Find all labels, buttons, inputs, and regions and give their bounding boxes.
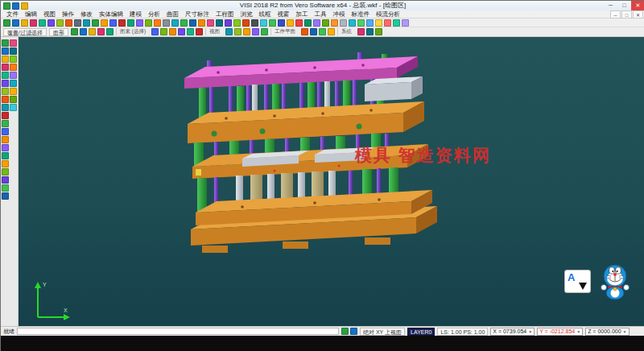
toolbar-icon[interactable] — [89, 28, 96, 35]
minimize-button[interactable]: ─ — [604, 1, 617, 10]
menu-item[interactable]: 视窗 — [275, 10, 292, 19]
menu-item[interactable]: 曲面 — [164, 10, 181, 19]
menu-item[interactable]: 加工 — [294, 10, 311, 19]
toolbar-icon[interactable] — [331, 19, 338, 27]
toolbar-icon[interactable] — [47, 19, 55, 27]
toolbar-icon[interactable] — [2, 144, 9, 151]
maximize-button[interactable]: □ — [617, 1, 631, 10]
toolbar-icon[interactable] — [2, 176, 9, 184]
toolbar-icon[interactable] — [375, 19, 382, 27]
toolbar-icon[interactable] — [234, 28, 242, 35]
toolbar-icon[interactable] — [71, 28, 78, 35]
toolbar-icon[interactable] — [80, 28, 87, 35]
toolbar-icon[interactable] — [169, 28, 176, 35]
toolbar-icon[interactable] — [310, 28, 317, 35]
toolbar-icon[interactable] — [160, 28, 167, 35]
toolbar-icon[interactable] — [10, 80, 17, 87]
toolbar-icon[interactable] — [65, 19, 72, 27]
toolbar-icon[interactable] — [261, 28, 268, 35]
toolbar-icon[interactable] — [101, 19, 108, 27]
toolbar-icon[interactable] — [2, 152, 9, 159]
toolbar-icon[interactable] — [2, 104, 9, 111]
toolbar-icon[interactable] — [269, 19, 276, 27]
toolbar-icon[interactable] — [136, 19, 143, 27]
toolbar-icon[interactable] — [198, 19, 205, 27]
toolbar-icon[interactable] — [178, 28, 185, 35]
toolbar-icon[interactable] — [349, 19, 356, 27]
toolbar-icon[interactable] — [2, 120, 9, 127]
coordinate-x[interactable]: X = 0739.054 ▼ — [490, 328, 535, 336]
toolbar-icon[interactable] — [225, 19, 232, 27]
toolbar-icon[interactable] — [2, 136, 9, 143]
toolbar-icon[interactable] — [127, 19, 134, 27]
toolbar-icon[interactable] — [357, 19, 365, 27]
toolbar-icon[interactable] — [154, 19, 161, 27]
menu-item[interactable]: 冲模 — [331, 10, 348, 19]
toolbar-icon[interactable] — [10, 64, 17, 71]
status-layer-chip[interactable]: LAYER0 — [407, 328, 435, 336]
menu-item[interactable]: 工程图 — [213, 10, 237, 19]
menu-item[interactable]: 建模 — [127, 10, 144, 19]
chevron-down-icon[interactable]: ▼ — [528, 329, 532, 334]
toolbar-icon[interactable] — [252, 28, 259, 35]
toolbar-icon[interactable] — [10, 56, 17, 63]
child-close-button[interactable]: ✕ — [633, 10, 643, 19]
toolbar-icon[interactable] — [171, 19, 179, 27]
prompt-field[interactable] — [17, 328, 339, 335]
toolbar-icon[interactable] — [163, 19, 170, 27]
toolbar-icon[interactable] — [56, 19, 64, 27]
toolbar-icon[interactable] — [10, 96, 17, 103]
toolbar-icon[interactable] — [3, 19, 10, 27]
menu-item[interactable]: 线框 — [257, 10, 274, 19]
coordinate-z[interactable]: Z = 0000.000 ▼ — [585, 328, 629, 336]
toolbar-icon[interactable] — [151, 28, 159, 35]
menu-item[interactable]: 编辑 — [23, 10, 39, 19]
menu-item[interactable]: 标准件 — [349, 10, 373, 19]
toolbar-icon[interactable] — [304, 19, 312, 27]
status-view-chip[interactable]: 绝对 XY 上视图 — [360, 328, 405, 336]
toolbar-tab-filter[interactable]: 覆盖/过滤选择 — [3, 28, 47, 36]
toolbar-icon[interactable] — [97, 28, 105, 35]
menu-item[interactable]: 分析 — [146, 10, 163, 19]
menu-item[interactable]: 文件 — [4, 10, 21, 19]
toolbar-icon[interactable] — [10, 47, 17, 55]
toolbar-icon[interactable] — [10, 88, 17, 95]
toolbar-icon[interactable] — [375, 28, 382, 35]
toolbar-icon[interactable] — [187, 28, 194, 35]
toolbar-icon[interactable] — [313, 19, 320, 27]
toolbar-icon[interactable] — [74, 19, 81, 27]
toolbar-icon[interactable] — [196, 28, 203, 35]
toolbar-icon[interactable] — [350, 328, 357, 335]
toolbar-icon[interactable] — [233, 19, 241, 27]
toolbar-icon[interactable] — [357, 28, 365, 35]
toolbar-icon[interactable] — [243, 28, 250, 35]
toolbar-icon[interactable] — [189, 19, 196, 27]
toolbar-icon[interactable] — [340, 19, 347, 27]
toolbar-icon[interactable] — [216, 19, 223, 27]
toolbar-icon[interactable] — [328, 28, 335, 35]
toolbar-icon[interactable] — [322, 19, 329, 27]
toolbar-icon[interactable] — [319, 28, 326, 35]
toolbar-icon[interactable] — [145, 19, 152, 27]
toolbar-icon[interactable] — [402, 19, 409, 27]
toolbar-icon[interactable] — [2, 160, 9, 167]
toolbar-icon[interactable] — [10, 39, 17, 47]
toolbar-icon[interactable] — [287, 19, 294, 27]
close-button[interactable]: ✕ — [631, 1, 644, 10]
chevron-down-icon[interactable]: ▼ — [576, 329, 580, 334]
toolbar-icon[interactable] — [366, 19, 374, 27]
menu-item[interactable]: 修改 — [78, 10, 95, 19]
toolbar-icon[interactable] — [2, 80, 9, 87]
toolbar-icon[interactable] — [384, 19, 391, 27]
toolbar-icon[interactable] — [301, 28, 308, 35]
toolbar-icon[interactable] — [2, 56, 9, 63]
toolbar-icon[interactable] — [12, 19, 19, 27]
toolbar-icon[interactable] — [2, 184, 9, 192]
toolbar-icon[interactable] — [83, 19, 90, 27]
toolbar-icon[interactable] — [10, 104, 17, 111]
toolbar-icon[interactable] — [30, 19, 37, 27]
toolbar-icon[interactable] — [2, 168, 9, 176]
coordinate-y[interactable]: Y = -0212.854 ▼ — [537, 328, 583, 336]
toolbar-icon[interactable] — [295, 19, 303, 27]
menu-item[interactable]: 浏览 — [238, 10, 255, 19]
